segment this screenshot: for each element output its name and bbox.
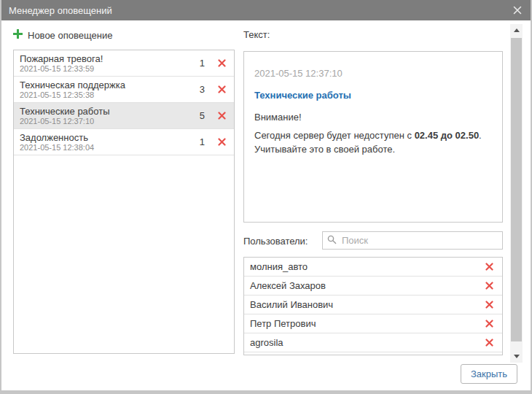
dialog-body: Менеджер оповещений Новое оповещение Пож…	[1, 0, 531, 390]
preview-line1: Внимание!	[254, 112, 492, 123]
alert-row[interactable]: Пожарная тревога! 2021-05-15 12:33:59 1	[14, 50, 234, 77]
alert-row[interactable]: Задолженность 2021-05-15 12:38:04 1	[14, 129, 234, 155]
delete-alert-icon[interactable]	[216, 84, 227, 95]
alert-timestamp: 2021-05-15 12:35:38	[20, 90, 200, 100]
user-name: Василий Иванович	[250, 299, 484, 310]
users-label: Пользователи:	[243, 236, 308, 247]
scroll-down-icon[interactable]	[510, 350, 523, 363]
user-row[interactable]: Василий Иванович	[244, 296, 502, 314]
user-row[interactable]: agrosila	[244, 333, 502, 352]
alert-count: 3	[200, 84, 205, 95]
alert-title: Технические работы	[20, 106, 200, 117]
alert-row[interactable]: Техническая поддержка 2021-05-15 12:35:3…	[14, 77, 234, 103]
alert-count: 5	[200, 110, 205, 121]
remove-user-icon[interactable]	[484, 280, 495, 291]
alert-title: Техническая поддержка	[20, 80, 200, 90]
close-button[interactable]: Закрыть	[461, 364, 517, 384]
dialog-close-icon[interactable]	[512, 4, 523, 16]
delete-alert-icon[interactable]	[216, 58, 227, 69]
preview-title: Технические работы	[254, 90, 492, 101]
alert-count: 1	[200, 58, 205, 69]
alert-preview-box: 2021-05-15 12:37:10 Технические работы В…	[243, 51, 503, 223]
preview-bold-time: 02.45 до 02.50	[415, 130, 479, 141]
alert-row-selected[interactable]: Технические работы 2021-05-15 12:37:10 5	[14, 103, 234, 129]
alert-timestamp: 2021-05-15 12:37:10	[20, 117, 200, 126]
dialog-title: Менеджер оповещений	[9, 5, 512, 16]
scrollbar-thumb[interactable]	[511, 38, 522, 341]
plus-icon	[13, 29, 23, 41]
alert-count: 1	[200, 136, 205, 147]
alert-timestamp: 2021-05-15 12:38:04	[20, 143, 200, 152]
alert-title: Задолженность	[20, 132, 200, 143]
user-row[interactable]: молния_авто	[244, 258, 502, 277]
user-name: Алексей Захаров	[250, 280, 484, 291]
delete-alert-icon[interactable]	[216, 110, 227, 121]
preview-body: Сегодня сервер будет недоступен с 02.45 …	[254, 128, 492, 156]
alert-list: Пожарная тревога! 2021-05-15 12:33:59 1 …	[13, 50, 235, 354]
preview-label: Текст:	[243, 29, 270, 40]
vertical-scrollbar[interactable]	[510, 24, 523, 363]
user-search-input[interactable]	[340, 234, 498, 247]
alert-title: Пожарная тревога!	[20, 53, 200, 64]
new-alert-button[interactable]: Новое оповещение	[13, 29, 112, 41]
search-icon	[327, 234, 337, 247]
alert-timestamp: 2021-05-15 12:33:59	[20, 64, 200, 74]
user-name: Петр Петрович	[250, 318, 484, 329]
user-list: молния_авто Алексей Захаров Василий Иван…	[243, 257, 503, 355]
remove-user-icon[interactable]	[484, 299, 495, 310]
dialog-titlebar: Менеджер оповещений	[1, 0, 531, 20]
user-search-box	[322, 231, 503, 250]
user-name: agrosila	[250, 337, 484, 348]
scroll-up-icon[interactable]	[510, 24, 523, 36]
new-alert-label: Новое оповещение	[28, 30, 112, 41]
preview-line3: Учитывайте это в своей работе.	[254, 144, 395, 155]
alert-manager-dialog: Менеджер оповещений Новое оповещение Пож…	[0, 0, 532, 394]
remove-user-icon[interactable]	[484, 318, 495, 329]
remove-user-icon[interactable]	[484, 261, 495, 272]
user-row[interactable]: Алексей Захаров	[244, 277, 502, 296]
user-row[interactable]: Петр Петрович	[244, 314, 502, 333]
delete-alert-icon[interactable]	[216, 136, 227, 147]
preview-timestamp: 2021-05-15 12:37:10	[254, 68, 492, 79]
user-name: молния_авто	[250, 261, 484, 272]
remove-user-icon[interactable]	[484, 337, 495, 348]
